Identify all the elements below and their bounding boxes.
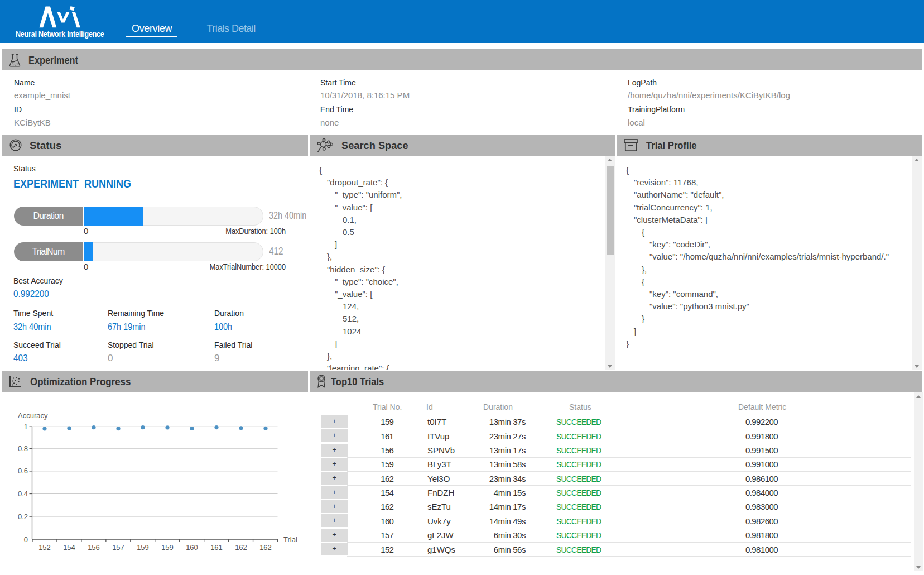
svg-text:161: 161: [210, 543, 223, 552]
svg-text:160: 160: [186, 543, 198, 552]
svg-text:0.6: 0.6: [18, 467, 28, 475]
svg-text:159: 159: [161, 543, 174, 552]
svg-text:0: 0: [24, 535, 28, 544]
svg-text:162: 162: [259, 543, 272, 552]
svg-text:Accuracy: Accuracy: [18, 411, 48, 420]
svg-text:152: 152: [38, 543, 51, 552]
svg-text:1: 1: [24, 423, 28, 431]
svg-text:156: 156: [88, 543, 100, 552]
svg-text:159: 159: [137, 543, 149, 552]
svg-text:0.4: 0.4: [18, 490, 28, 498]
svg-text:Trial: Trial: [283, 535, 297, 544]
svg-text:0.8: 0.8: [18, 444, 28, 453]
svg-text:154: 154: [63, 543, 75, 552]
svg-text:162: 162: [235, 543, 247, 552]
svg-text:157: 157: [112, 543, 124, 552]
svg-text:0.2: 0.2: [18, 512, 28, 521]
